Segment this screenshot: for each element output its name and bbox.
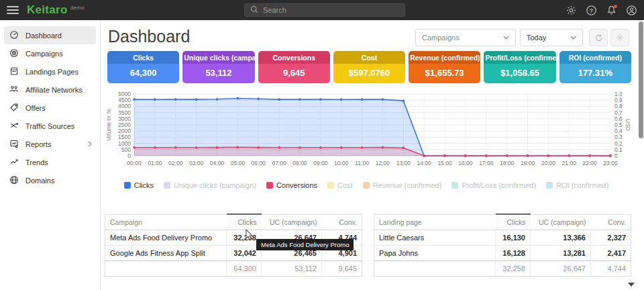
data-point[interactable]	[257, 146, 260, 149]
campaigns-icon	[9, 48, 19, 59]
column-header-uc-campaign[interactable]: UC (campaign)	[531, 214, 591, 230]
data-point[interactable]	[174, 146, 177, 149]
card-cost[interactable]: Cost$597.0760	[333, 51, 405, 83]
axis-tick-label: 1.0	[614, 91, 623, 97]
data-point[interactable]	[133, 98, 136, 101]
data-point[interactable]	[340, 98, 343, 101]
column-header-conv[interactable]: Conv.	[591, 214, 631, 230]
data-point[interactable]	[174, 98, 177, 101]
legend-item-cost[interactable]: Cost	[327, 181, 353, 189]
data-point[interactable]	[278, 146, 280, 149]
data-point[interactable]	[382, 146, 384, 149]
settings-icon[interactable]	[566, 5, 577, 16]
data-point[interactable]	[154, 146, 156, 149]
data-point[interactable]	[195, 146, 198, 149]
sidebar-item-landings-pages[interactable]: Landings Pages	[4, 62, 96, 81]
data-point[interactable]	[299, 98, 301, 101]
help-icon[interactable]: ?	[586, 5, 597, 16]
data-point[interactable]	[423, 154, 425, 157]
data-point[interactable]	[154, 98, 156, 101]
data-point[interactable]	[485, 154, 488, 157]
card-conversions[interactable]: Conversions9,645	[258, 51, 330, 83]
column-header-uc-campaign[interactable]: UC (campaign)	[262, 214, 322, 230]
data-point[interactable]	[216, 98, 219, 101]
column-header-name[interactable]: Campaign	[105, 214, 227, 230]
sidebar-item-campaigns[interactable]: Campaigns	[4, 44, 96, 62]
data-point[interactable]	[299, 146, 301, 149]
legend-item-clicks[interactable]: Clicks	[124, 181, 154, 189]
data-point[interactable]	[236, 146, 239, 148]
dashboard-settings-button[interactable]	[610, 29, 629, 46]
data-point[interactable]	[568, 154, 570, 157]
date-range-select[interactable]: Today	[520, 29, 583, 46]
table-row[interactable]: Papa Johns16,12813,2812,417	[374, 246, 631, 261]
legend-item-profit-loss-confirmed[interactable]: Profit/Loss (confirmed)	[451, 181, 536, 189]
card-profit-loss-confirmed[interactable]: Profit/Loss (confirmed)$1,058.65	[484, 51, 555, 83]
data-point[interactable]	[340, 146, 343, 149]
column-header-clicks[interactable]: Clicks	[496, 214, 531, 230]
menu-icon[interactable]	[7, 4, 19, 16]
data-point[interactable]	[402, 146, 405, 149]
row-name-cell[interactable]: Google Ads Fitness App Split	[105, 246, 227, 261]
data-point[interactable]	[361, 98, 364, 101]
column-header-conv[interactable]: Conv.	[322, 214, 362, 230]
legend-label: Cost	[337, 181, 353, 189]
data-point[interactable]	[236, 97, 239, 100]
data-point[interactable]	[319, 146, 322, 149]
legend-item-roi-confirmed[interactable]: ROI (confirmed)	[546, 181, 608, 189]
legend-item-unique-clicks-campaign[interactable]: Unique clicks (campaign)	[164, 181, 256, 189]
card-label: Conversions	[258, 51, 330, 64]
column-header-clicks[interactable]: Clicks	[227, 214, 262, 230]
column-header-name[interactable]: Landing page	[374, 214, 496, 230]
account-icon[interactable]	[626, 5, 637, 16]
data-point[interactable]	[361, 146, 364, 149]
notifications-icon[interactable]	[606, 5, 617, 16]
card-clicks[interactable]: Clicks64,300	[107, 51, 179, 83]
search-input[interactable]	[263, 6, 399, 14]
data-point[interactable]	[443, 154, 446, 157]
data-point[interactable]	[464, 154, 467, 157]
sidebar-item-trends[interactable]: Trends	[4, 153, 96, 171]
data-point[interactable]	[402, 99, 405, 102]
data-point[interactable]	[506, 154, 508, 157]
sidebar-item-label: Domains	[25, 177, 54, 185]
row-name-cell[interactable]: Papa Johns	[374, 246, 496, 261]
sidebar-item-dashboard[interactable]: Dashboard	[4, 26, 96, 44]
top-bar: Keitarodemo ?	[0, 0, 644, 20]
data-point[interactable]	[278, 98, 280, 101]
card-revenue-confirmed[interactable]: Revenue (confirmed)$1,655.73	[409, 51, 480, 83]
data-point[interactable]	[216, 146, 219, 149]
axis-tick-label: 17:00	[479, 160, 494, 166]
search-bar[interactable]	[244, 3, 405, 17]
axis-tick-label: 02:00	[168, 160, 183, 166]
legend-item-revenue-confirmed[interactable]: Revenue (confirmed)	[363, 181, 442, 189]
sidebar-item-label: Campaigns	[25, 50, 63, 58]
campaign-filter-select[interactable]: Campaigns	[415, 29, 516, 46]
data-point[interactable]	[382, 98, 384, 101]
scroll-down-icon[interactable]	[628, 283, 635, 287]
legend-item-conversions[interactable]: Conversions	[266, 181, 317, 189]
sidebar-item-traffic-sources[interactable]: Traffic Sources	[4, 117, 96, 135]
card-unique-clicks-campaign[interactable]: Unique clicks (campaign)53,112	[182, 51, 254, 83]
vertical-scrollbar[interactable]	[639, 21, 643, 138]
data-point[interactable]	[195, 98, 198, 101]
row-name-cell[interactable]: Little Caesars	[374, 230, 496, 246]
data-point[interactable]	[547, 154, 549, 157]
data-point[interactable]	[609, 154, 612, 157]
axis-tick-label: 01:00	[148, 160, 162, 166]
card-roi-confirmed[interactable]: ROI (confirmed)177.31%	[559, 51, 631, 83]
sidebar-item-reports[interactable]: Reports	[4, 135, 96, 153]
sidebar-item-affiliate-networks[interactable]: Affiliate Networks	[4, 81, 96, 99]
refresh-button[interactable]	[589, 29, 608, 46]
sidebar-item-domains[interactable]: Domains	[4, 171, 96, 189]
data-point[interactable]	[527, 154, 529, 157]
row-name-cell[interactable]: Meta Ads Food Delivery Promo	[105, 230, 227, 246]
sidebar-item-offers[interactable]: Offers	[4, 99, 96, 117]
data-point[interactable]	[133, 146, 136, 149]
data-point[interactable]	[588, 154, 591, 157]
data-point[interactable]	[257, 97, 260, 100]
data-point[interactable]	[319, 98, 322, 101]
chart-legend: ClicksUnique clicks (campaign)Conversion…	[101, 181, 631, 189]
app-logo[interactable]: Keitarodemo	[27, 3, 85, 17]
table-row[interactable]: Little Caesars16,13013,3662,327	[374, 230, 631, 246]
